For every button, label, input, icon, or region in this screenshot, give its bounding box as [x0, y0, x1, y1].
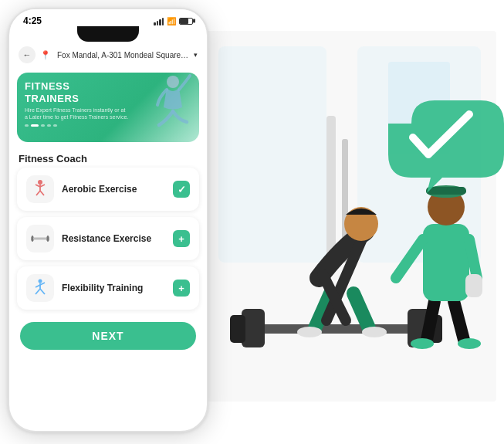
svg-point-39: [458, 338, 481, 349]
status-bar: 4:25 📶: [9, 9, 207, 28]
aerobic-label: Aerobic Exercise: [62, 184, 165, 195]
back-button[interactable]: ←: [19, 46, 36, 63]
service-item-aerobic[interactable]: Aerobic Exercise ✓: [17, 168, 199, 211]
section-title: Fitness Coach: [9, 147, 207, 168]
svg-rect-8: [33, 238, 47, 240]
aerobic-icon: [29, 178, 51, 200]
promo-banner[interactable]: FITNESSTRAINERS Hire Expert Fitness Trai…: [17, 73, 199, 142]
add-icon-flexibility: +: [178, 283, 184, 294]
add-icon-resistance: +: [178, 233, 184, 245]
svg-line-14: [36, 285, 40, 287]
svg-line-6: [40, 191, 44, 195]
svg-rect-10: [32, 236, 33, 242]
resistance-label: Resistance Exercise: [62, 233, 165, 244]
resistance-action-button[interactable]: +: [173, 230, 190, 247]
flexibility-icon-wrap: [26, 274, 54, 302]
banner-text-area: FITNESSTRAINERS Hire Expert Fitness Trai…: [17, 73, 137, 142]
svg-rect-26: [230, 315, 245, 343]
location-text: Fox Mandal, A-301 Mondeal Square,...: [57, 51, 189, 59]
service-item-resistance[interactable]: Resistance Exercise +: [17, 217, 199, 260]
nav-bar: ← 📍 Fox Mandal, A-301 Mondeal Square,...…: [9, 42, 207, 68]
status-time: 4:25: [23, 15, 42, 26]
flexibility-label: Flexibility Training: [62, 283, 165, 293]
svg-point-32: [362, 327, 387, 337]
yoga-figure-svg: [144, 73, 198, 142]
svg-line-4: [40, 185, 45, 187]
flexibility-action-button[interactable]: +: [173, 280, 190, 297]
notch: [77, 26, 139, 42]
svg-rect-46: [426, 187, 466, 195]
resistance-icon-wrap: [26, 225, 54, 253]
banner-dot-4[interactable]: [47, 124, 51, 127]
svg-line-5: [36, 191, 40, 195]
wifi-icon: 📶: [167, 17, 176, 25]
resistance-icon: [29, 228, 51, 249]
service-item-flexibility[interactable]: Flexibility Training +: [17, 266, 199, 310]
svg-point-38: [411, 338, 434, 349]
flexibility-icon: [29, 277, 51, 299]
svg-point-1: [38, 180, 42, 185]
svg-rect-11: [47, 236, 49, 242]
banner-image: [137, 73, 199, 142]
next-button[interactable]: NEXT: [20, 322, 196, 350]
svg-rect-40: [423, 224, 469, 301]
illustration-panel: [188, 0, 504, 444]
banner-subtitle: Hire Expert Fitness Trainers instantly o…: [25, 107, 130, 120]
service-list: Aerobic Exercise ✓ Resistance Exercise +: [9, 168, 207, 310]
svg-rect-19: [218, 46, 326, 263]
banner-dot-2[interactable]: [31, 124, 39, 127]
banner-dot-5[interactable]: [53, 124, 57, 127]
svg-rect-43: [465, 274, 482, 297]
location-pin-icon: 📍: [40, 50, 51, 60]
aerobic-action-button[interactable]: ✓: [173, 181, 190, 198]
chevron-down-icon[interactable]: ▾: [194, 51, 198, 59]
back-icon: ←: [23, 50, 32, 59]
signal-icon: [154, 17, 164, 25]
banner-dots: [25, 124, 130, 127]
svg-line-15: [40, 283, 45, 285]
banner-title: FITNESSTRAINERS: [25, 80, 130, 104]
gym-scene-svg: [188, 0, 504, 444]
svg-point-12: [39, 280, 42, 283]
svg-rect-24: [249, 324, 419, 334]
svg-point-31: [297, 327, 322, 337]
battery-icon: [179, 18, 193, 25]
svg-line-36: [427, 301, 435, 340]
status-icons: 📶: [154, 17, 193, 25]
svg-line-16: [36, 289, 40, 294]
banner-dot-3[interactable]: [41, 124, 45, 127]
svg-line-17: [40, 289, 45, 294]
svg-point-0: [167, 76, 179, 88]
check-icon: ✓: [178, 184, 186, 195]
phone-container: 4:25 📶 ← 📍 Fox Mandal, A-301 Mondeal Squ…: [8, 8, 208, 432]
svg-line-3: [36, 185, 40, 187]
banner-dot-1[interactable]: [25, 124, 29, 127]
svg-line-42: [469, 239, 477, 278]
aerobic-icon-wrap: [26, 175, 54, 203]
